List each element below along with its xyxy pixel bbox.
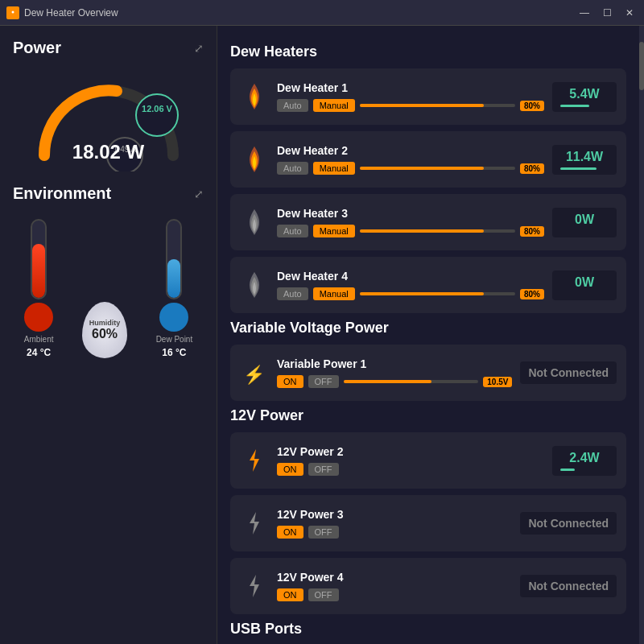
dew-heater-3-manual-btn[interactable]: Manual bbox=[313, 225, 355, 237]
dew-heater-4-value-box: 0W bbox=[552, 270, 617, 300]
dew-heater-2-value-box: 11.4W bbox=[552, 145, 617, 175]
variable-power-1-track[interactable] bbox=[344, 380, 479, 383]
variable-power-1-badge: 10.5V bbox=[483, 377, 512, 387]
variable-power-1-controls: ON OFF 10.5V bbox=[277, 375, 512, 388]
dew-point-bulb bbox=[159, 303, 188, 332]
bolt-icon-2 bbox=[243, 448, 266, 473]
ambient-fill bbox=[32, 244, 45, 298]
dew-heaters-title: Dew Heaters bbox=[230, 43, 626, 60]
usb-ports-title: USB Ports bbox=[230, 621, 626, 638]
app-icon bbox=[6, 6, 19, 19]
dew-heater-1-badge: 80% bbox=[520, 101, 544, 111]
variable-power-1-off-btn[interactable]: OFF bbox=[308, 375, 339, 388]
flame-icon-3 bbox=[243, 208, 266, 237]
humidity-bubble: Humidity 60% bbox=[82, 302, 127, 358]
dew-heater-4-manual-btn[interactable]: Manual bbox=[313, 287, 355, 300]
variable-power-1-on-btn[interactable]: ON bbox=[277, 375, 303, 388]
variable-power-1-fill bbox=[344, 380, 431, 383]
env-section-header: Environment ⤢ bbox=[13, 184, 204, 203]
12v-power-4-on-btn[interactable]: ON bbox=[277, 588, 303, 601]
maximize-button[interactable]: ☐ bbox=[599, 5, 615, 21]
power-external-icon[interactable]: ⤢ bbox=[194, 42, 204, 55]
humidity-value: 60% bbox=[92, 327, 118, 341]
dew-heater-3-info: Dew Heater 3 Auto Manual 80% bbox=[277, 207, 544, 237]
dew-heater-2-manual-btn[interactable]: Manual bbox=[313, 162, 355, 175]
dew-heater-2-slider: 80% bbox=[360, 163, 544, 174]
svg-text:12.06 V: 12.06 V bbox=[142, 104, 173, 114]
12v-power-3-info: 12V Power 3 ON OFF bbox=[277, 508, 512, 539]
flame-icon-4 bbox=[243, 270, 266, 299]
dew-point-bar bbox=[166, 219, 182, 299]
dew-heater-2-fill bbox=[360, 167, 485, 170]
dew-heater-1-auto-btn[interactable]: Auto bbox=[277, 99, 308, 112]
12v-power-4-icon bbox=[240, 572, 269, 601]
12v-power-title: 12V Power bbox=[230, 407, 626, 424]
ambient-label: Ambient bbox=[24, 335, 54, 344]
svg-marker-6 bbox=[250, 449, 259, 472]
dew-heater-3-track[interactable] bbox=[360, 229, 515, 233]
dew-heater-2-info: Dew Heater 2 Auto Manual 80% bbox=[277, 144, 544, 175]
dew-heater-4-controls: Auto Manual 80% bbox=[277, 287, 544, 300]
power-gauge: 12.06 V 1.49 A 18.02 W bbox=[28, 67, 189, 171]
close-button[interactable]: ✕ bbox=[621, 5, 638, 21]
12v-power-2-info: 12V Power 2 ON OFF bbox=[277, 445, 544, 476]
dew-heater-3-controls: Auto Manual 80% bbox=[277, 225, 544, 237]
12v-power-2-on-btn[interactable]: ON bbox=[277, 463, 303, 476]
dew-heater-1-slider: 80% bbox=[360, 101, 544, 111]
dew-heater-3-name: Dew Heater 3 bbox=[277, 207, 544, 220]
12v-power-2-name: 12V Power 2 bbox=[277, 445, 544, 458]
dew-heater-1-track[interactable] bbox=[360, 104, 515, 107]
dew-heater-1-manual-btn[interactable]: Manual bbox=[313, 99, 355, 112]
dew-heater-4-fill bbox=[360, 292, 485, 295]
12v-power-4-info: 12V Power 4 ON OFF bbox=[277, 571, 512, 601]
12v-power-3-off-btn[interactable]: OFF bbox=[308, 526, 339, 539]
12v-power-3-status: Not Connected bbox=[528, 517, 609, 530]
12v-power-2-bar bbox=[560, 469, 575, 471]
dew-heater-2-auto-btn[interactable]: Auto bbox=[277, 162, 308, 175]
12v-power-2-icon bbox=[240, 446, 269, 475]
12v-power-3-on-btn[interactable]: ON bbox=[277, 526, 303, 539]
dew-heater-2-value: 11.4W bbox=[560, 150, 609, 164]
flame-icon-1 bbox=[243, 82, 266, 111]
dew-heater-1-info: Dew Heater 1 Auto Manual 80% bbox=[277, 81, 544, 112]
dew-heater-3-fill bbox=[360, 229, 485, 233]
double-bolt-icon: ⚡⚡ bbox=[242, 360, 267, 386]
env-title: Environment bbox=[13, 184, 111, 203]
dew-heater-4-track[interactable] bbox=[360, 292, 515, 295]
variable-power-1-info: Variable Power 1 ON OFF 10.5V bbox=[277, 357, 512, 388]
12v-power-2-value-box: 2.4W bbox=[552, 446, 617, 476]
variable-voltage-title: Variable Voltage Power bbox=[230, 320, 626, 336]
power-section-header: Power ⤢ bbox=[13, 39, 204, 57]
scrollbar[interactable] bbox=[639, 26, 644, 644]
variable-power-1-card: ⚡⚡ Variable Power 1 ON OFF 10.5V bbox=[230, 345, 626, 401]
dew-heater-1-card: Dew Heater 1 Auto Manual 80% 5.4W bbox=[230, 68, 626, 125]
dew-heater-3-value: 0W bbox=[560, 213, 609, 227]
env-external-icon[interactable]: ⤢ bbox=[194, 188, 204, 200]
ambient-bar bbox=[31, 219, 47, 299]
dew-heater-3-card: Dew Heater 3 Auto Manual 80% 0W bbox=[230, 194, 626, 250]
window-title: Dew Heater Overview bbox=[24, 7, 576, 19]
svg-marker-7 bbox=[250, 512, 259, 535]
humidity-item: Humidity 60% bbox=[82, 302, 127, 358]
dew-heater-3-auto-btn[interactable]: Auto bbox=[277, 225, 308, 237]
thermometer-container: Ambient 24 °C Humidity 60% bbox=[13, 213, 204, 365]
12v-power-4-status: Not Connected bbox=[528, 580, 609, 592]
12v-power-4-controls: ON OFF bbox=[277, 588, 512, 601]
variable-power-1-status: Not Connected bbox=[528, 366, 609, 379]
minimize-button[interactable]: — bbox=[576, 5, 592, 21]
dew-heater-4-badge: 80% bbox=[520, 289, 544, 299]
ambient-value: 24 °C bbox=[27, 347, 51, 358]
scrollbar-thumb[interactable] bbox=[639, 42, 644, 90]
dew-heater-2-controls: Auto Manual 80% bbox=[277, 162, 544, 175]
12v-power-4-off-btn[interactable]: OFF bbox=[308, 588, 339, 601]
dew-point-label: Dew Point bbox=[156, 335, 193, 344]
dew-heater-3-icon bbox=[240, 208, 269, 237]
humidity-label: Humidity bbox=[89, 319, 121, 327]
12v-power-2-off-btn[interactable]: OFF bbox=[308, 463, 339, 476]
svg-marker-8 bbox=[250, 575, 259, 597]
bolt-icon-3 bbox=[243, 510, 266, 536]
dew-heater-2-track[interactable] bbox=[360, 167, 515, 170]
12v-power-3-icon bbox=[240, 509, 269, 538]
dew-point-item: Dew Point 16 °C bbox=[156, 219, 193, 358]
dew-heater-4-auto-btn[interactable]: Auto bbox=[277, 287, 308, 300]
